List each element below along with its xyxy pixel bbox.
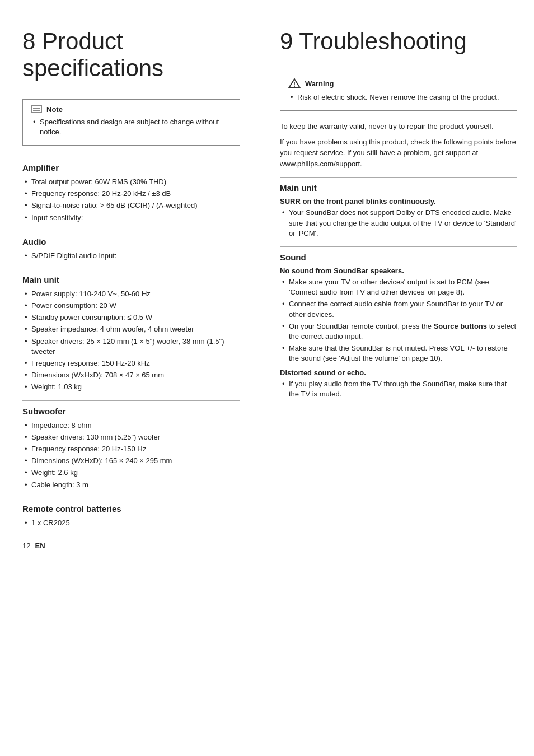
surr-blinks-list: Your SoundBar does not support Dolby or … [280,208,517,239]
list-item: Make sure your TV or other devices' outp… [280,277,517,297]
ts-main-unit-heading: Main unit [280,177,517,193]
right-title-words: Troubleshooting [299,28,467,54]
no-sound-list: Make sure your TV or other devices' outp… [280,277,517,364]
warning-label: Warning [305,80,334,88]
list-item: Speaker drivers: 25 × 120 mm (1 × 5") wo… [22,337,240,357]
ts-sound-heading: Sound [280,246,517,262]
note-icon [31,105,42,113]
list-item: Speaker drivers: 130 mm (5.25") woofer [22,432,240,442]
list-item: Frequency response: 20 Hz-150 Hz [22,444,240,454]
svg-text:!: ! [293,81,296,88]
list-item: Signal-to-noise ratio: > 65 dB (CCIR) / … [22,200,240,211]
body-text-2: If you have problems using this product,… [280,137,517,170]
note-item: Specifications and design are subject to… [31,117,232,137]
list-item: S/PDIF Digital audio input: [22,251,240,261]
list-item: Weight: 2.6 kg [22,468,240,478]
list-item: Total output power: 60W RMS (30% THD) [22,177,240,187]
list-item: Power consumption: 20 W [22,301,240,311]
remote-heading: Remote control batteries [22,498,240,514]
note-label: Note [46,105,63,114]
subwoofer-heading: Subwoofer [22,400,240,416]
subwoofer-list: Impedance: 8 ohm Speaker drivers: 130 mm… [22,421,240,490]
audio-heading: Audio [22,231,240,246]
amplifier-list: Total output power: 60W RMS (30% THD) Fr… [22,177,240,223]
warning-list: Risk of electric shock. Never remove the… [288,92,509,102]
list-item: Impedance: 8 ohm [22,421,240,431]
left-section-title: 8 Productspecifications [22,28,240,82]
note-header: Note [31,105,232,114]
list-item: Weight: 1.03 kg [22,382,240,392]
list-item: Dimensions (WxHxD): 708 × 47 × 65 mm [22,370,240,380]
distorted-sound-heading: Distorted sound or echo. [280,368,517,377]
page-number: 12 [22,542,30,550]
warning-item: Risk of electric shock. Never remove the… [288,92,509,102]
amplifier-heading: Amplifier [22,157,240,172]
right-section-num: 9 [280,28,293,54]
note-box: Note Specifications and design are subje… [22,99,240,146]
list-item: Power supply: 110-240 V~, 50-60 Hz [22,289,240,299]
audio-list: S/PDIF Digital audio input: [22,251,240,261]
list-item: Input sensitivity: [22,213,240,223]
left-section-num: 8 [22,28,35,54]
list-item: Frequency response: 20 Hz-20 kHz / ±3 dB [22,189,240,199]
list-item: 1 x CR2025 [22,518,240,528]
list-item: Cable length: 3 m [22,480,240,490]
remote-list: 1 x CR2025 [22,518,240,528]
left-title-words: Productspecifications [22,28,163,81]
distorted-sound-list: If you play audio from the TV through th… [280,379,517,399]
main-unit-list: Power supply: 110-240 V~, 50-60 Hz Power… [22,289,240,393]
list-item: Dimensions (WxHxD): 165 × 240 × 295 mm [22,456,240,466]
list-item: Standby power consumption: ≤ 0.5 W [22,312,240,323]
warning-icon: ! [288,78,301,89]
list-item: Connect the correct audio cable from you… [280,299,517,319]
warning-box: ! Warning Risk of electric shock. Never … [280,72,517,111]
note-list: Specifications and design are subject to… [31,117,232,137]
list-item: Speaker impedance: 4 ohm woofer, 4 ohm t… [22,324,240,334]
body-text-1: To keep the warranty valid, never try to… [280,121,517,132]
list-item: If you play audio from the TV through th… [280,379,517,399]
no-sound-heading: No sound from SoundBar speakers. [280,267,517,275]
main-unit-heading: Main unit [22,269,240,284]
right-section-title: 9 Troubleshooting [280,28,517,55]
lang-label: EN [35,542,45,550]
list-item: On your SoundBar remote control, press t… [280,321,517,342]
list-item: Make sure that the SoundBar is not muted… [280,343,517,363]
list-item: Frequency response: 150 Hz-20 kHz [22,358,240,368]
warning-header: ! Warning [288,78,509,89]
surr-blinks-heading: SURR on the front panel blinks continuou… [280,197,517,206]
list-item: Your SoundBar does not support Dolby or … [280,208,517,239]
